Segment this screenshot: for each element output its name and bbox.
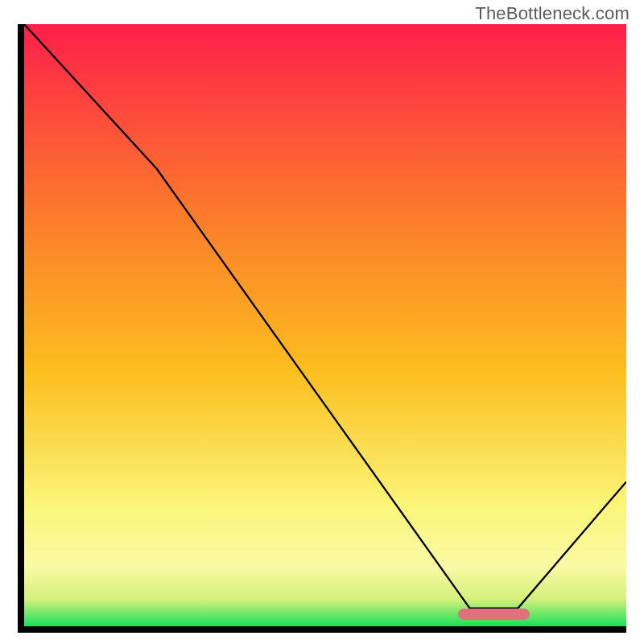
chart-container: TheBottleneck.com: [0, 0, 644, 644]
watermark-text: TheBottleneck.com: [475, 3, 630, 24]
optimal-zone-marker: [458, 609, 530, 620]
bottleneck-curve: [24, 24, 626, 626]
plot-area: [24, 24, 626, 626]
